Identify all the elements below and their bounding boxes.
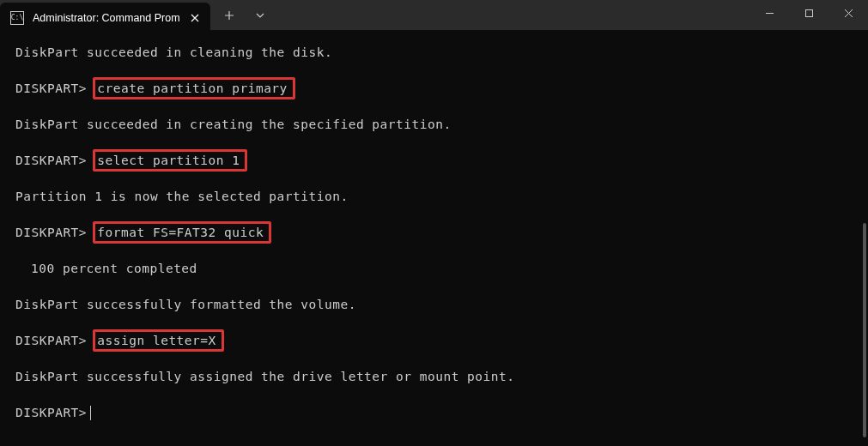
scrollbar[interactable]: [863, 223, 866, 437]
plus-icon: [224, 10, 234, 21]
highlighted-command: assign letter=X: [93, 329, 223, 352]
prompt: DISKPART>: [15, 154, 94, 167]
titlebar: C:\ Administrator: Command Promp: [0, 0, 868, 30]
terminal-line: DiskPart succeeded in creating the speci…: [15, 116, 853, 134]
cursor: [90, 406, 91, 420]
window-controls: [750, 0, 868, 30]
terminal-line: DiskPart successfully formatted the volu…: [15, 296, 853, 314]
close-icon: [844, 9, 853, 18]
close-button[interactable]: [829, 0, 868, 26]
tab-title: Administrator: Command Promp: [33, 12, 179, 24]
highlighted-command: create partition primary: [93, 77, 295, 99]
highlighted-command: format FS=FAT32 quick: [93, 221, 271, 244]
maximize-button[interactable]: [789, 0, 829, 26]
terminal-line: DISKPART> select partition 1: [15, 152, 853, 170]
tab-active[interactable]: C:\ Administrator: Command Promp: [0, 3, 210, 33]
tab-dropdown-button[interactable]: [246, 2, 274, 29]
chevron-down-icon: [255, 12, 265, 19]
terminal-output[interactable]: DiskPart succeeded in cleaning the disk.…: [0, 30, 868, 431]
highlighted-command: select partition 1: [93, 149, 247, 172]
terminal-line: DISKPART> format FS=FAT32 quick: [15, 224, 853, 242]
cmd-icon: C:\: [10, 11, 24, 25]
titlebar-left: C:\ Administrator: Command Promp: [0, 0, 274, 30]
maximize-icon: [804, 9, 814, 18]
terminal-line: DISKPART> create partition primary: [15, 80, 853, 98]
prompt: DISKPART>: [15, 226, 94, 239]
minimize-button[interactable]: [750, 0, 789, 26]
close-icon: [191, 14, 199, 22]
terminal-line: 100 percent completed: [15, 260, 853, 278]
terminal-line: DISKPART>: [15, 404, 853, 422]
prompt: DISKPART>: [15, 334, 94, 347]
prompt: DISKPART>: [15, 81, 94, 95]
terminal-line: Partition 1 is now the selected partitio…: [15, 188, 853, 206]
terminal-line: DiskPart successfully assigned the drive…: [15, 368, 853, 386]
minimize-icon: [765, 9, 774, 18]
svg-rect-0: [805, 9, 812, 16]
new-tab-button[interactable]: [215, 2, 243, 29]
tab-close-button[interactable]: [188, 11, 202, 25]
tab-actions: [210, 0, 274, 30]
terminal-line: DISKPART> assign letter=X: [15, 332, 853, 350]
tabs: C:\ Administrator: Command Promp: [0, 0, 210, 30]
terminal-line: DiskPart succeeded in cleaning the disk.: [15, 44, 853, 62]
prompt: DISKPART>: [15, 406, 87, 419]
